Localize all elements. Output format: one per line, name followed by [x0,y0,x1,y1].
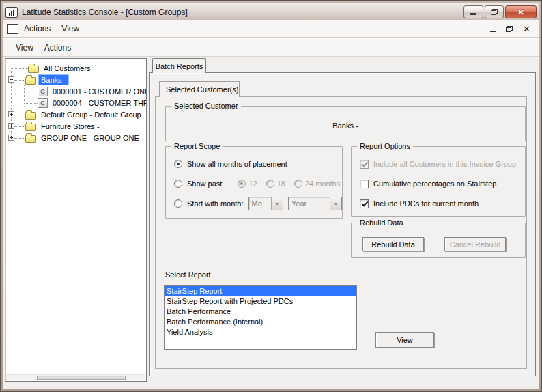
cancel-rebuild-button: Cancel Rebuild [444,237,506,251]
folder-icon [25,135,36,143]
show-past-label: Show past [187,180,222,188]
tree-item-label: All Customers [42,64,92,73]
title-bar: Latitude Statistics Console - [Custom Gr… [3,3,539,20]
selected-customer-value: Banks - [166,122,525,130]
scrollbar-thumb[interactable] [37,376,126,380]
mdi-window-controls: ✕ [490,25,530,33]
option-label: Include PDCs for current month [373,199,479,208]
menu-view[interactable]: View [56,22,85,36]
start-with-month-radio[interactable] [174,199,182,208]
tree-connector [14,80,25,81]
tab-batch-reports[interactable]: Batch Reports [152,58,206,73]
past-option-radio [294,180,302,188]
app-chart-icon [5,7,18,18]
menu-actions[interactable]: Actions [18,22,56,36]
mdi-minimize-icon[interactable] [490,31,496,32]
expand-plus-icon[interactable] [8,135,14,141]
batch-reports-region: Batch Reports Selected Customer(s) Selec… [148,57,539,389]
option-row: Include all Customers in this Invoice Gr… [360,159,525,169]
tree-item[interactable]: GROUP ONE - GROUP ONE [8,132,141,143]
tree-horizontal-scrollbar[interactable] [6,374,145,380]
collapse-minus-icon[interactable] [8,76,14,83]
tree-item[interactable]: All Customers [8,62,92,74]
tree-connector [14,115,25,115]
month-combobox-value: Mo [249,197,271,210]
tree-view: All CustomersBanks -C0000001 - CUSTOMER … [5,58,147,382]
show-all-months-label: Show all months of placement [187,160,287,168]
tree-item[interactable]: Furniture Stores - [8,120,102,132]
folder-icon [28,66,39,73]
tree-connector [14,138,25,139]
menu2-view[interactable]: View [10,41,39,55]
tree-item[interactable]: Banks - [8,74,68,85]
report-options-group: Report Options Include all Customers in … [351,146,526,217]
list-item[interactable]: Yield Analysis [165,327,356,337]
past-option-label: 12 [248,180,257,188]
month-dropdown-button: ▼ [271,197,283,210]
folder-icon [25,112,36,120]
option-checkbox[interactable] [360,180,369,188]
option-checkbox[interactable] [360,199,369,208]
list-item[interactable]: StairStep Report [165,286,356,296]
selected-customers-page: Selected Customer Banks - Report Scope S… [155,96,527,369]
expand-plus-icon[interactable] [8,123,14,129]
past-option-label: 18 [277,180,285,188]
tree-item[interactable]: C0000001 - CUSTOMER ONE [24,85,147,97]
option-label: Cumulative percentages on Stairstep [373,180,496,188]
tree-item-label: Banks - [39,75,68,85]
year-combobox-value: Year [289,197,330,210]
report-list[interactable]: StairStep ReportStairStep Report with Pr… [164,285,357,350]
view-button[interactable]: View [375,332,434,348]
start-with-month-label: Start with month: [187,199,244,208]
past-option-radio [238,180,246,188]
mdi-close-icon[interactable]: ✕ [523,25,530,33]
select-report-label: Select Report [165,270,211,279]
show-all-months-row: Show all months of placement [174,159,342,169]
menu2-actions[interactable]: Actions [39,41,76,55]
rebuild-data-group-label: Rebuild Data [357,219,406,227]
child-menu-bar: View Actions [3,38,539,57]
tree-item[interactable]: C0000004 - CUSTOMER THR [24,97,147,109]
show-all-months-radio[interactable] [174,160,182,168]
list-item[interactable]: Batch Performance (Internal) [165,317,356,327]
tree-item-label: Furniture Stores - [39,122,102,131]
past-option: 24 months [294,180,340,188]
mdi-restore-icon[interactable] [506,26,513,32]
client-area: All CustomersBanks -C0000001 - CUSTOMER … [3,57,539,389]
option-label: Include all Customers in this Invoice Gr… [373,160,516,168]
window-controls: ✕ [463,5,537,18]
customer-icon: C [38,98,48,108]
folder-icon [25,124,36,131]
customer-icon: C [38,87,48,96]
app-window: Latitude Statistics Console - [Custom Gr… [0,0,542,392]
close-button[interactable]: ✕ [505,5,537,18]
show-past-radio[interactable] [174,180,182,188]
tree-connector [24,92,38,92]
minimize-button[interactable] [463,5,483,18]
dropdown-arrow-icon: ▼ [334,201,339,206]
tree-item[interactable]: Default Group - Default Group [8,109,143,120]
past-option: 12 [238,180,257,188]
rebuild-data-button[interactable]: Rebuild Data [362,237,424,251]
tree-item-label: 0000001 - CUSTOMER ONE [51,87,147,96]
list-item[interactable]: StairStep Report with Projected PDCs [165,296,356,307]
tree-item-label: Default Group - Default Group [39,110,143,120]
selected-customer-group-label: Selected Customer [171,102,241,110]
child-window-icon[interactable] [7,24,18,34]
month-combobox: Mo ▼ [248,197,283,210]
rebuild-data-group: Rebuild Data Rebuild Data Cancel Rebuild [351,223,526,258]
list-item[interactable]: Batch Performance [165,307,356,317]
close-icon: ✕ [517,8,524,16]
batch-reports-page: Selected Customer(s) Selected Customer B… [149,72,536,376]
restore-button[interactable] [485,5,504,18]
dropdown-arrow-icon: ▼ [274,201,279,206]
past-options: 121824 months [227,180,340,188]
expand-plus-icon[interactable] [8,111,14,117]
tree-connector [24,103,38,104]
start-with-month-row: Start with month: Mo ▼ Year ▼ [174,199,342,208]
year-dropdown-button: ▼ [330,197,341,210]
tab-selected-customers[interactable]: Selected Customer(s) [159,81,240,97]
option-checkbox [360,160,369,169]
show-past-row: Show past 121824 months [174,179,342,188]
menu-bar: Actions View ✕ [3,20,539,38]
